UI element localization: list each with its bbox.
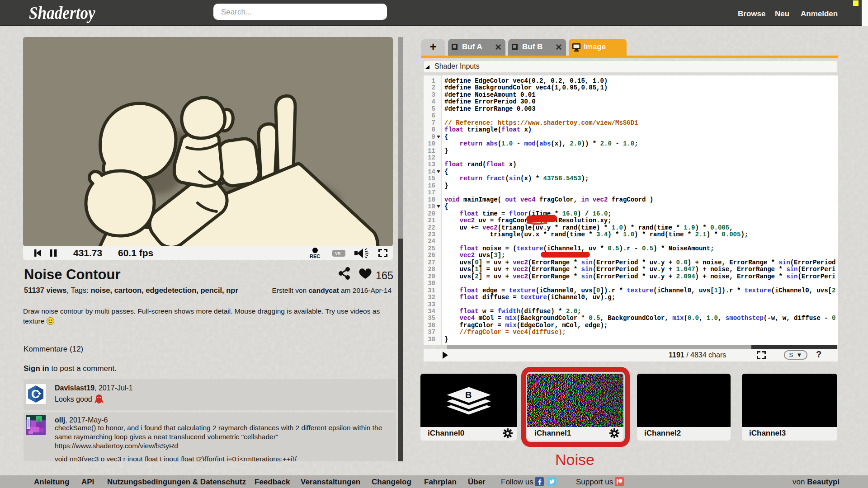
- svg-text:REC: REC: [310, 253, 320, 259]
- svg-text:431.73: 431.73: [73, 248, 102, 258]
- svg-text:B: B: [465, 390, 472, 400]
- svg-text:60.1 fps: 60.1 fps: [118, 248, 153, 258]
- svg-text:VR: VR: [335, 251, 341, 256]
